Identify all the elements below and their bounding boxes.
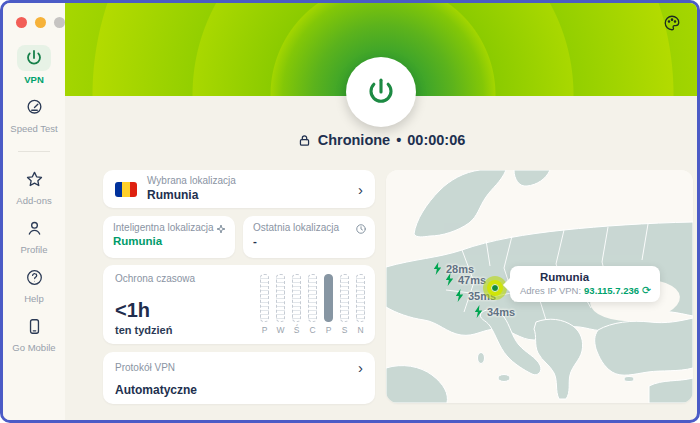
romania-flag-icon — [115, 182, 137, 197]
bar-empty-day — [340, 274, 349, 322]
ping-value: 34ms — [487, 306, 515, 318]
bar-empty-day — [292, 274, 301, 322]
connected-location-marker[interactable] — [483, 276, 507, 300]
bar-day-label: Ś — [294, 325, 300, 335]
app-window: VPN Speed Test Add-ons — [0, 0, 700, 423]
bar-day-label: P — [262, 325, 268, 335]
question-icon — [17, 264, 51, 290]
sidebar-item-go-mobile[interactable]: Go Mobile — [3, 313, 65, 353]
smart-location-card[interactable]: Inteligentna lokalizacja Rumunia — [103, 216, 235, 258]
sparkle-icon — [215, 223, 227, 235]
sidebar: VPN Speed Test Add-ons — [3, 3, 65, 420]
sidebar-item-label: Speed Test — [10, 123, 57, 134]
chevron-right-icon: › — [358, 360, 363, 375]
sidebar-nav: VPN Speed Test Add-ons — [3, 45, 65, 362]
ping-value: 47ms — [458, 274, 486, 286]
last-location-card[interactable]: Ostatnia lokalizacja - — [243, 216, 375, 258]
connection-status: Chronione • 00:00:06 — [65, 132, 697, 148]
weekly-bars: PWŚCPSN — [260, 274, 365, 335]
lightning-icon — [473, 305, 484, 318]
minimize-button[interactable] — [35, 17, 46, 28]
selected-location-card[interactable]: Wybrana lokalizacja Rumunia › — [103, 170, 375, 208]
vpn-protocol-card[interactable]: Protokół VPN › Automatyczne — [103, 352, 375, 404]
close-button[interactable] — [16, 17, 27, 28]
vpn-protocol-label: Protokół VPN — [115, 362, 175, 373]
time-protection-value: <1h — [115, 299, 150, 322]
ping-marker[interactable]: 47ms — [444, 273, 486, 286]
lock-icon — [297, 133, 312, 148]
bar-day-label: W — [276, 325, 284, 335]
last-location-label: Ostatnia lokalizacja — [253, 222, 365, 233]
bar-active-day — [324, 274, 333, 322]
power-button[interactable] — [346, 57, 416, 127]
status-separator: • — [396, 132, 401, 148]
lightning-icon — [454, 289, 465, 302]
smart-location-label: Inteligentna lokalizacja — [113, 222, 225, 233]
sidebar-item-label: Go Mobile — [12, 342, 55, 353]
connection-tooltip: Rumunia Adres IP VPN: 93.115.7.236 ⟳ — [510, 266, 660, 302]
vpn-protocol-value: Automatyczne — [115, 383, 363, 397]
sidebar-item-vpn[interactable]: VPN — [3, 45, 65, 85]
status-timer: 00:00:06 — [407, 132, 465, 148]
chevron-right-icon: › — [358, 182, 363, 197]
user-icon — [17, 215, 51, 241]
lightning-icon — [444, 273, 455, 286]
theme-palette-icon[interactable] — [663, 14, 681, 32]
sidebar-item-label: Add-ons — [16, 195, 51, 206]
bar-empty-day — [308, 274, 317, 322]
ping-marker[interactable]: 34ms — [473, 305, 515, 318]
star-icon — [17, 166, 51, 192]
sidebar-item-help[interactable]: Help — [3, 264, 65, 304]
fullscreen-button[interactable] — [54, 17, 65, 28]
status-label: Chronione — [318, 132, 391, 148]
sidebar-item-label: VPN — [24, 74, 44, 85]
bar-day-label: C — [309, 325, 315, 335]
bar-day-label: P — [326, 325, 332, 335]
power-icon — [17, 45, 51, 71]
traffic-lights — [16, 17, 65, 28]
bar-empty-day — [356, 274, 365, 322]
tooltip-country: Rumunia — [540, 271, 589, 283]
sidebar-item-add-ons[interactable]: Add-ons — [3, 166, 65, 206]
smart-location-value: Rumunia — [113, 235, 225, 247]
europe-map[interactable]: 28ms 47ms 35ms 34ms Rumunia Adres IP VPN… — [386, 170, 693, 403]
bar-day-label: N — [357, 325, 363, 335]
clock-icon — [355, 223, 367, 235]
speedometer-icon — [17, 94, 51, 120]
refresh-icon[interactable]: ⟳ — [642, 285, 651, 296]
tooltip-ip-label: Adres IP VPN: — [520, 285, 581, 296]
bar-day-label: S — [342, 325, 348, 335]
sidebar-item-profile[interactable]: Profile — [3, 215, 65, 255]
selected-location-value: Rumunia — [147, 188, 348, 203]
time-protection-card[interactable]: Ochrona czasowa <1h ten tydzień PWŚCPSN — [103, 265, 375, 344]
romania-flag-icon — [520, 272, 534, 282]
sidebar-item-label: Profile — [21, 244, 48, 255]
lightning-icon — [432, 262, 443, 275]
location-cards-row: Inteligentna lokalizacja Rumunia Ostatni… — [103, 216, 375, 258]
selected-location-label: Wybrana lokalizacja — [147, 175, 348, 188]
sidebar-item-label: Help — [24, 293, 44, 304]
sidebar-divider — [18, 151, 50, 152]
time-protection-subtitle: ten tydzień — [115, 324, 172, 336]
phone-icon — [17, 313, 51, 339]
tooltip-ip-value: 93.115.7.236 — [584, 285, 639, 296]
sidebar-item-speed-test[interactable]: Speed Test — [3, 94, 65, 134]
last-location-value: - — [253, 235, 365, 247]
bar-empty-day — [260, 274, 269, 322]
bar-empty-day — [276, 274, 285, 322]
